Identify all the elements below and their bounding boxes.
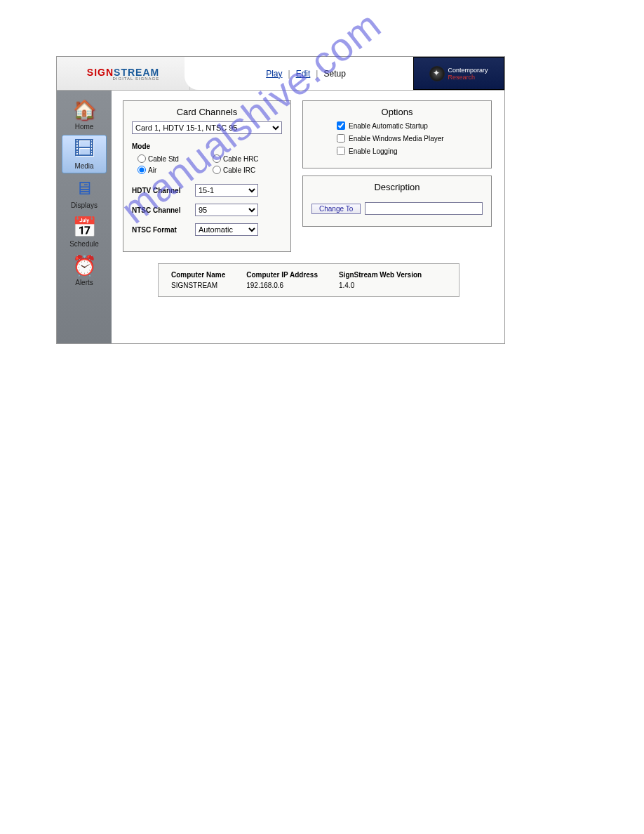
card-channels-panel: Card Channels Card 1, HDTV 15-1, NTSC 95… — [123, 100, 291, 252]
panel-title: Card Channels — [132, 107, 282, 117]
sidebar-item-label: Media — [74, 162, 93, 170]
mode-label: Mode — [132, 143, 282, 150]
checkbox-label: Enable Automatic Startup — [349, 122, 428, 130]
sidebar-item-media[interactable]: 🎞 Media — [62, 135, 107, 173]
change-to-button[interactable]: Change To — [311, 204, 361, 214]
radio-cable-irc[interactable] — [213, 166, 221, 174]
checkbox-wmp[interactable] — [337, 134, 345, 143]
nav-edit[interactable]: Edit — [296, 69, 311, 79]
info-version-value: 1.4.0 — [339, 282, 422, 289]
ntsc-format-select[interactable]: Automatic — [195, 223, 258, 236]
schedule-icon: 📅 — [70, 215, 98, 239]
sidebar-item-label: Displays — [71, 201, 98, 209]
info-box: Computer Name SIGNSTREAM Computer IP Add… — [158, 263, 459, 297]
radio-label: Air — [148, 166, 156, 174]
radio-label: Cable HRC — [223, 155, 259, 163]
radio-cable-std[interactable] — [137, 154, 146, 163]
info-computer-name-value: SIGNSTREAM — [171, 282, 225, 289]
sidebar-item-label: Alerts — [75, 279, 93, 286]
sidebar: 🏠 Home 🎞 Media 🖥 Displays 📅 Schedule ⏰ A… — [57, 91, 112, 343]
sidebar-item-alerts[interactable]: ⏰ Alerts — [62, 252, 107, 289]
panel-title: Options — [311, 107, 483, 117]
checkbox-logging[interactable] — [337, 147, 345, 155]
sidebar-item-displays[interactable]: 🖥 Displays — [62, 175, 107, 212]
brand-badge: Contemporary Research — [413, 57, 504, 90]
card-select[interactable]: Card 1, HDTV 15-1, NTSC 95 — [132, 121, 282, 134]
nav-sep: | — [288, 69, 290, 79]
home-icon: 🏠 — [70, 98, 98, 121]
brand-text: Contemporary Research — [448, 67, 488, 81]
checkbox-label: Enable Windows Media Player — [349, 135, 444, 143]
info-version-header: SignStream Web Version — [339, 271, 422, 279]
right-column: Options Enable Automatic Startup Enable … — [302, 100, 492, 252]
checkbox-label: Enable Logging — [349, 147, 398, 155]
nav-play[interactable]: Play — [266, 69, 282, 79]
sidebar-item-label: Schedule — [69, 240, 99, 248]
logo-part1: SIGN — [87, 67, 114, 78]
brand-icon — [429, 66, 445, 81]
description-panel: Description Change To — [302, 176, 492, 227]
media-icon: 🎞 — [70, 137, 98, 161]
main-content: Card Channels Card 1, HDTV 15-1, NTSC 95… — [112, 91, 504, 343]
alerts-icon: ⏰ — [70, 253, 98, 277]
radio-label: Cable Std — [148, 155, 179, 163]
top-nav: Play | Edit | Setup — [185, 57, 413, 90]
radio-air[interactable] — [137, 166, 146, 174]
hdtv-channel-label: HDTV Channel — [132, 187, 189, 194]
nav-setup[interactable]: Setup — [323, 69, 345, 79]
options-panel: Options Enable Automatic Startup Enable … — [302, 100, 492, 168]
ntsc-channel-select[interactable]: 95 — [195, 204, 258, 216]
description-input[interactable] — [365, 202, 483, 215]
sidebar-item-home[interactable]: 🏠 Home — [62, 96, 107, 133]
mode-radios: Cable Std Cable HRC Air Cable IRC — [132, 154, 282, 174]
hdtv-channel-select[interactable]: 15-1 — [195, 184, 258, 197]
checkbox-auto-startup[interactable] — [337, 121, 345, 130]
panel-title: Description — [311, 182, 483, 192]
ntsc-format-label: NTSC Format — [132, 226, 189, 234]
ntsc-channel-label: NTSC Channel — [132, 206, 189, 214]
logo: SIGNSTREAM DIGITAL SIGNAGE — [57, 57, 190, 90]
nav-sep: | — [316, 69, 318, 79]
radio-cable-hrc[interactable] — [213, 154, 221, 163]
radio-label: Cable IRC — [223, 166, 255, 174]
info-ip-header: Computer IP Address — [246, 271, 318, 279]
sidebar-item-label: Home — [75, 123, 94, 131]
info-computer-name-header: Computer Name — [171, 271, 225, 279]
app-window: SIGNSTREAM DIGITAL SIGNAGE Play | Edit |… — [56, 56, 505, 344]
sidebar-item-schedule[interactable]: 📅 Schedule — [62, 213, 107, 251]
info-ip-value: 192.168.0.6 — [246, 282, 318, 289]
displays-icon: 🖥 — [70, 176, 98, 200]
header: SIGNSTREAM DIGITAL SIGNAGE Play | Edit |… — [57, 57, 504, 91]
